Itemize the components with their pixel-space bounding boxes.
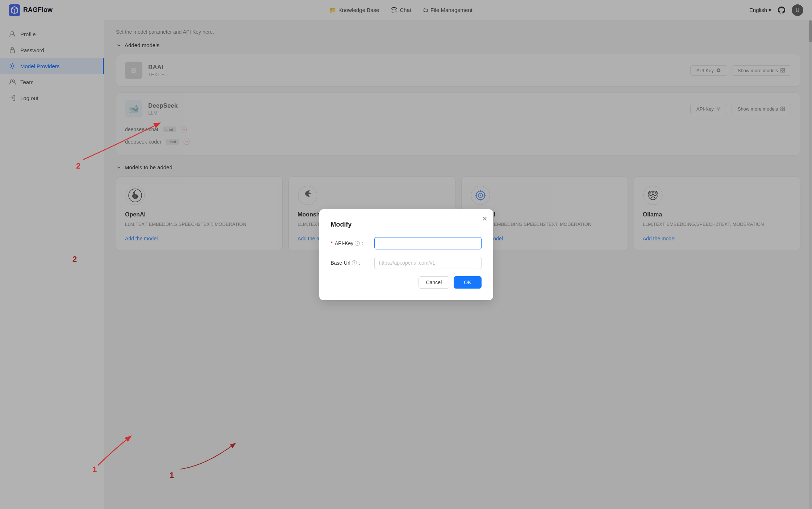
svg-text:1: 1 [92,465,97,473]
base-url-help-icon[interactable]: ? [352,260,357,265]
cancel-button[interactable]: Cancel [419,276,450,289]
base-url-label: Base-Url ? : [331,260,374,266]
modal-overlay: 2 1 Modify ✕ * API-Key ? : Base-Url ? : [0,0,812,509]
red-arrow-1-svg: 1 [91,429,145,473]
api-key-row: * API-Key ? : [331,237,482,249]
api-key-input[interactable] [374,237,482,249]
required-star: * [331,240,333,246]
modal-close-button[interactable]: ✕ [482,215,487,223]
api-key-label: * API-Key ? : [331,240,374,246]
api-key-help-icon[interactable]: ? [355,241,360,246]
ok-button[interactable]: OK [454,276,481,289]
base-url-input[interactable] [374,257,482,269]
svg-text:2: 2 [76,161,80,170]
modal-footer: Cancel OK [331,276,482,289]
modal-title: Modify [331,221,482,228]
modify-modal: Modify ✕ * API-Key ? : Base-Url ? : Canc… [319,209,493,300]
red-arrow-2-svg: 2 [72,102,181,174]
base-url-row: Base-Url ? : [331,257,482,269]
